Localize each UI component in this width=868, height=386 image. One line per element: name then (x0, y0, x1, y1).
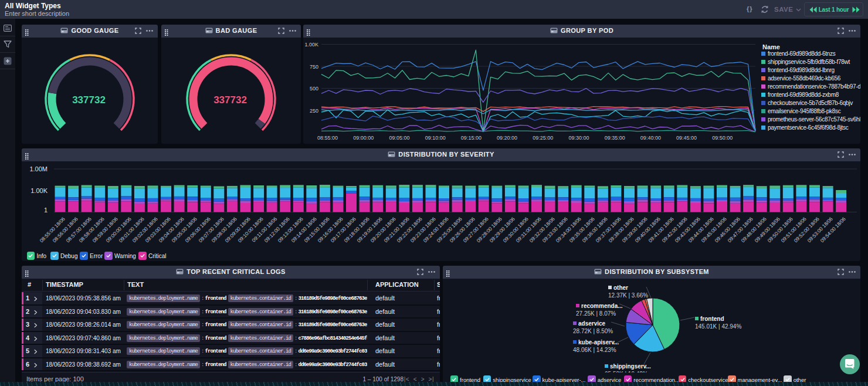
svg-text:337732: 337732 (72, 94, 106, 106)
svg-text:337732: 337732 (213, 94, 247, 106)
